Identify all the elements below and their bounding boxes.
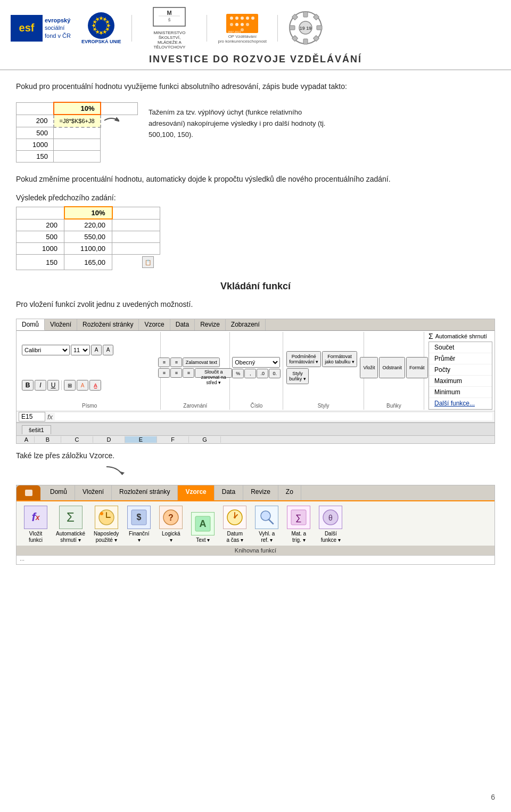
wrap-text-btn[interactable]: Zalamovat text [183, 358, 220, 367]
decrease-decimal[interactable]: 0. [269, 369, 281, 378]
vzorce-btn-datum[interactable]: Datuma čas ▾ [220, 505, 250, 546]
autosum-maximum[interactable]: Maximum [429, 376, 492, 387]
delete-btn[interactable]: Odstranit [379, 357, 405, 378]
math-svg: ∑ [290, 508, 308, 526]
ribbon-tab-rozlozeni[interactable]: Rozložení stránky [77, 319, 139, 330]
format-btn[interactable]: Formát [406, 357, 428, 378]
page-number: 6 [491, 793, 495, 801]
ribbon-tab-vlozeni[interactable]: Vložení [45, 319, 77, 330]
gear-svg: 19 19 [289, 11, 323, 45]
table-row: 1000 1100,00 [17, 243, 160, 255]
ribbon-tab-revize[interactable]: Revize [195, 319, 226, 330]
vzorce-tab-vlozeni[interactable]: Vložení [75, 485, 112, 500]
vzorce-tab-revize[interactable]: Revize [243, 485, 278, 500]
vzorce-btn-mat[interactable]: ∑ Mat. atrig. ▾ [284, 505, 314, 546]
fill-color-btn[interactable]: A [77, 380, 88, 391]
text-label: Text ▾ [196, 537, 210, 543]
formula-bar-input[interactable] [55, 413, 492, 420]
autosum-btn-label: Automatickéshrnutí ▾ [56, 531, 85, 543]
table-row: 500 550,00 [17, 231, 160, 243]
insert-btn[interactable]: Vložit [360, 357, 378, 378]
ribbon-tab-zobrazeni[interactable]: Zobrazení [226, 319, 266, 330]
gear-logo: 19 19 [289, 11, 323, 45]
svg-text:19 19: 19 19 [300, 26, 312, 31]
result-val-500: 500 [17, 231, 64, 243]
svg-rect-36 [313, 14, 319, 20]
merge-center-btn[interactable]: Sloučit a zarovnat na střed ▾ [195, 368, 232, 378]
ribbon-tab-domu[interactable]: Domů [17, 319, 45, 330]
cell-empty [17, 207, 64, 219]
increase-decimal[interactable]: .0 [257, 369, 268, 378]
grid-header: A B C D E F G [17, 435, 494, 443]
bold-btn[interactable]: B [22, 380, 34, 391]
cells-group-label: Buňky [386, 403, 401, 409]
vzorce-tab-rozlozeni[interactable]: Rozložení stránky [112, 485, 178, 500]
table-row: 150 165,00 📋 [17, 255, 160, 270]
conditional-formatting-btn[interactable]: Podmíněnéformátování ▾ [286, 351, 321, 367]
cell-styles-btn[interactable]: Stylybuňky ▾ [286, 368, 309, 384]
ribbon-tab-vzorce[interactable]: Vzorce [139, 319, 170, 330]
vzorce-tab-domu[interactable]: Domů [43, 485, 75, 500]
col-b: B [35, 436, 61, 443]
align-row-1: ≡ ≡ Zalamovat text [158, 358, 232, 367]
comma-btn[interactable]: , [244, 369, 256, 378]
vzorce-tab-zo[interactable]: Zo [278, 485, 301, 500]
autosum-pocty[interactable]: Počty [429, 364, 492, 376]
vzorce-btn-vyhledavaci[interactable]: Vyhl. aref. ▾ [252, 505, 282, 546]
more-func-label: Dalšífunkce ▾ [321, 531, 341, 543]
autosum-header-row: Σ Automatické shrnutí [428, 332, 492, 340]
vzorce-tab-vzorce[interactable]: Vzorce [178, 485, 214, 500]
vzorce-btn-logicka[interactable]: ? Logická▾ [156, 505, 186, 546]
ribbon-tab-data[interactable]: Data [170, 319, 195, 330]
formula-cell: =J8*$K$6+J8 [54, 115, 101, 127]
border-btn[interactable]: ⊞ [64, 380, 76, 391]
svg-rect-35 [292, 14, 298, 20]
cell-empty [54, 139, 101, 151]
align-top-center[interactable]: ≡ [170, 358, 182, 367]
number-format-select[interactable]: Obecný [232, 357, 280, 368]
section-heading-vkladani: Vkládání funkcí [16, 281, 495, 292]
vzorce-btn-autosum[interactable]: Σ Automatickéshrnutí ▾ [53, 505, 88, 546]
autosum-dalsi[interactable]: Další funkce... [429, 398, 492, 409]
font-grow-btn[interactable]: A [91, 345, 102, 355]
ribbon-group-font: Calibri 11 A A B I U ⊞ A [19, 332, 161, 410]
ribbon-tab-bar-1: Domů Vložení Rozložení stránky Vzorce Da… [17, 319, 494, 331]
table-row: 10% [17, 102, 138, 115]
vzorce-tab-data[interactable]: Data [215, 485, 243, 500]
align-top-left[interactable]: ≡ [158, 358, 170, 367]
font-name-select[interactable]: Calibri [22, 345, 70, 355]
office-button[interactable] [17, 485, 40, 500]
logical-label: Logická▾ [162, 531, 180, 543]
cells-btns: Vložit Odstranit Formát [360, 357, 427, 378]
align-center[interactable]: ≡ [170, 368, 182, 378]
align-right[interactable]: ≡ [183, 368, 194, 378]
vzorce-btn-financni[interactable]: $ Finanční▾ [124, 505, 154, 546]
svg-point-23 [230, 23, 233, 26]
vzorce-btn-vlozit[interactable]: fx Vložitfunkci [21, 505, 51, 546]
autosum-prumer[interactable]: Průměr [429, 353, 492, 364]
financial-icon: $ [127, 506, 151, 529]
percent-cell: 10% [54, 102, 101, 115]
autosum-soucet[interactable]: Součet [429, 342, 492, 353]
format-as-table-btn[interactable]: Formátovatjako tabulku ▾ [322, 351, 357, 367]
italic-btn[interactable]: I [35, 380, 46, 391]
font-size-select[interactable]: 11 [71, 345, 90, 355]
esf-logo: esf evropský sociální fond v ČR [11, 15, 71, 42]
result-label: Výsledek předchozího zadání: [16, 193, 495, 202]
svg-text:M: M [167, 10, 172, 16]
font-color-btn[interactable]: A̲ [89, 380, 101, 391]
intro-paragraph: Pokud pro procentuální hodnotu využijeme… [16, 81, 495, 92]
sheet-tab-sesit1[interactable]: šešit1 [22, 425, 51, 434]
align-left[interactable]: ≡ [158, 368, 170, 378]
result-val-1100: 1100,00 [64, 243, 112, 255]
underline-btn[interactable]: U [47, 380, 59, 391]
vzorce-btn-naposledy[interactable]: Naposledypoužité ▾ [90, 505, 122, 546]
autosum-minimum[interactable]: Minimum [429, 387, 492, 398]
cell-reference-input[interactable] [19, 412, 45, 421]
logical-icon: ? [159, 506, 183, 529]
vzorce-btn-dalsi[interactable]: θ Dalšífunkce ▾ [316, 505, 345, 546]
percent-btn[interactable]: % [232, 369, 244, 378]
vzorce-btn-text[interactable]: A Text ▾ [188, 511, 218, 546]
font-shrink-btn[interactable]: A [103, 345, 113, 355]
recent-icon [95, 506, 118, 529]
